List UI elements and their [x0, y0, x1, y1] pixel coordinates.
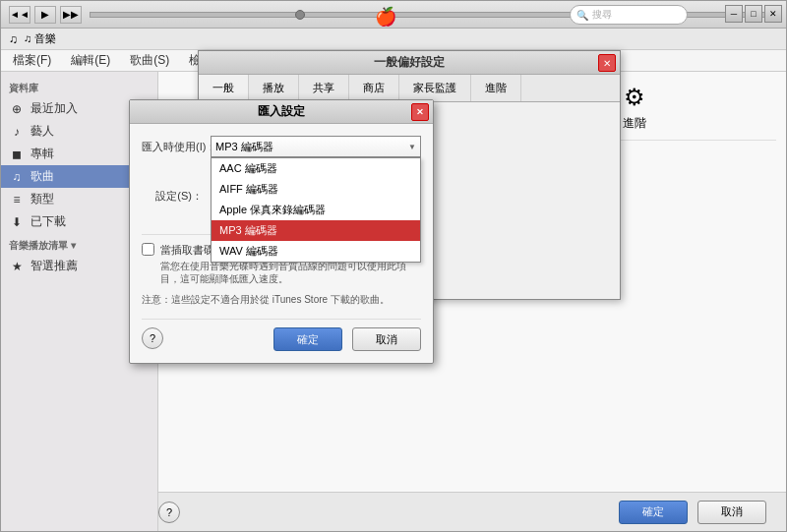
- menu-edit[interactable]: 編輯(E): [67, 50, 114, 71]
- main-ok-button[interactable]: 確定: [619, 501, 688, 524]
- encoder-dropdown-arrow: ▼: [408, 143, 416, 151]
- pref-dialog-titlebar: 一般偏好設定 ✕: [199, 51, 620, 75]
- sidebar-label-recent: 最近加入: [30, 100, 78, 117]
- menu-file[interactable]: 檔案(F): [9, 50, 55, 71]
- apple-logo: 🍎: [375, 6, 396, 28]
- main-cancel-button[interactable]: 取消: [697, 501, 766, 524]
- option-apple-lossless[interactable]: Apple 保真來錄編碼器: [212, 200, 420, 220]
- maximize-button[interactable]: □: [745, 5, 762, 23]
- import-dialog-titlebar: 匯入設定 ✕: [130, 100, 433, 124]
- library-section-title: 資料庫: [1, 80, 157, 97]
- pref-tab-playback[interactable]: 播放: [249, 75, 299, 101]
- songs-icon: ♫: [9, 170, 25, 184]
- error-correction-desc: 當您在使用音樂光碟時遇到音質品線的問題可以使用此項目，這可能顯降低匯入速度。: [160, 260, 421, 285]
- music-label-bar: ♫ ♫ 音樂: [1, 29, 786, 50]
- pref-tab-parental[interactable]: 家長監護: [399, 75, 471, 101]
- sidebar-label-downloaded: 已下載: [30, 213, 66, 230]
- import-content: 匯入時使用(I)： MP3 編碼器 ▼ AAC 編碼器 AIFF 編碼器 App…: [130, 124, 433, 363]
- window-controls: ─ □ ✕: [725, 5, 782, 23]
- menu-song[interactable]: 歌曲(S): [126, 50, 173, 71]
- import-dialog-close[interactable]: ✕: [411, 103, 429, 121]
- minimize-button[interactable]: ─: [725, 5, 743, 23]
- search-area: 🔍 搜尋: [570, 5, 688, 25]
- import-dialog-title: 匯入設定: [258, 103, 305, 120]
- pref-tab-sharing[interactable]: 共享: [299, 75, 349, 101]
- artists-icon: ♪: [9, 125, 25, 139]
- encoder-selected-text: MP3 編碼器: [215, 140, 273, 154]
- import-dialog: 匯入設定 ✕ 匯入時使用(I)： MP3 編碼器 ▼ AAC 編碼器 AIFF …: [129, 99, 434, 364]
- error-correction-checkbox[interactable]: [142, 243, 154, 256]
- note-text: 注意：這些設定不適合用於從 iTunes Store 下載的歌曲。: [142, 293, 421, 307]
- toolbar-advanced-label: 進階: [623, 115, 646, 132]
- next-button[interactable]: ▶▶: [60, 6, 82, 24]
- import-cancel-button[interactable]: 取消: [352, 327, 421, 351]
- pref-tab-general[interactable]: 一般: [199, 75, 249, 102]
- option-wav[interactable]: WAV 編碼器: [212, 241, 420, 262]
- recent-icon: ⊕: [9, 102, 25, 116]
- albums-icon: ◼: [9, 148, 25, 161]
- import-dialog-buttons: ? 確定 取消: [142, 319, 421, 351]
- encoder-dropdown-list: AAC 編碼器 AIFF 編碼器 Apple 保真來錄編碼器 MP3 編碼器 W…: [211, 157, 421, 263]
- pref-dialog-close[interactable]: ✕: [598, 54, 616, 72]
- encoder-row: 匯入時使用(I)： MP3 編碼器 ▼ AAC 編碼器 AIFF 編碼器 App…: [142, 136, 421, 157]
- music-icon: ♫: [9, 32, 18, 46]
- sidebar-label-genres: 類型: [30, 191, 54, 207]
- option-aac[interactable]: AAC 編碼器: [212, 158, 420, 179]
- search-icon: 🔍: [576, 10, 588, 21]
- close-button[interactable]: ✕: [764, 5, 782, 23]
- encoder-dropdown-wrapper: MP3 編碼器 ▼ AAC 編碼器 AIFF 編碼器 Apple 保真來錄編碼器…: [211, 136, 421, 157]
- pref-tab-store[interactable]: 商店: [349, 75, 399, 101]
- import-help-button[interactable]: ?: [142, 327, 163, 349]
- title-bar: ◄◄ ▶ ▶▶ 🍎 🔍 搜尋 ─ □ ✕: [1, 1, 786, 29]
- itunes-window: ◄◄ ▶ ▶▶ 🍎 🔍 搜尋 ─ □ ✕ ♫ ♫ 音樂 檔案(F) 編輯(E) …: [0, 0, 787, 532]
- sidebar-label-songs: 歌曲: [30, 168, 54, 185]
- transport-controls: ◄◄ ▶ ▶▶: [9, 6, 82, 24]
- sidebar-label-albums: 專輯: [30, 146, 54, 162]
- genres-icon: ≡: [9, 193, 25, 207]
- main-help-button[interactable]: ?: [158, 502, 180, 523]
- search-placeholder: 搜尋: [592, 8, 612, 22]
- settings-label: 設定(S)：: [142, 189, 211, 204]
- smart-icon: ★: [9, 260, 25, 273]
- option-mp3[interactable]: MP3 編碼器: [212, 220, 420, 241]
- option-aiff[interactable]: AIFF 編碼器: [212, 179, 420, 200]
- pref-tab-advanced[interactable]: 進階: [471, 75, 521, 101]
- main-dialog-buttons: ? 確定 取消: [158, 492, 786, 531]
- search-box[interactable]: 🔍 搜尋: [570, 5, 688, 25]
- encoder-dropdown[interactable]: MP3 編碼器 ▼: [211, 136, 421, 157]
- play-button[interactable]: ▶: [34, 6, 56, 24]
- prev-button[interactable]: ◄◄: [9, 6, 30, 24]
- encoder-label: 匯入時使用(I)：: [142, 140, 211, 154]
- sidebar-label-smart: 智選推薦: [30, 258, 78, 274]
- import-ok-button[interactable]: 確定: [273, 327, 342, 351]
- downloaded-icon: ⬇: [9, 215, 25, 229]
- music-label-text: ♫ 音樂: [24, 31, 56, 46]
- pref-tabs: 一般 播放 共享 商店 家長監護 進階: [199, 75, 620, 102]
- sidebar-label-artists: 藝人: [30, 123, 54, 140]
- progress-thumb: [295, 10, 305, 20]
- pref-dialog-title: 一般偏好設定: [374, 54, 445, 71]
- advanced-icon: ⚙: [619, 82, 650, 113]
